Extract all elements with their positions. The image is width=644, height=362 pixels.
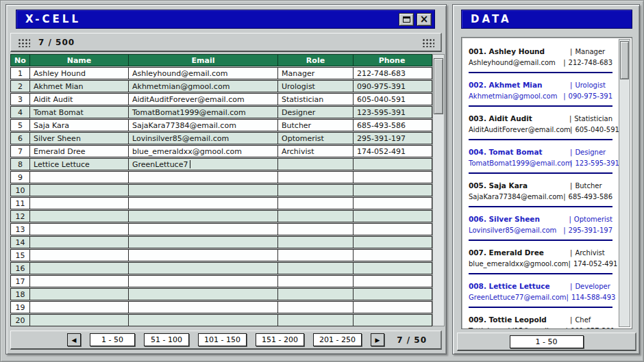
table-cell[interactable]: Urologist: [278, 81, 354, 92]
data-record[interactable]: 008. Lettice Lettuce|DeveloperGreenLettu…: [469, 281, 612, 308]
table-cell[interactable]: [278, 250, 354, 261]
table-cell[interactable]: [30, 302, 129, 313]
table-cell[interactable]: Statistician: [278, 94, 354, 105]
table-cell[interactable]: 2: [11, 81, 30, 92]
data-record[interactable]: 006. Silver Sheen|OptomeristLovinsilver8…: [469, 214, 612, 241]
list-vertical-scrollbar[interactable]: [619, 39, 630, 327]
table-cell[interactable]: [30, 237, 129, 248]
table-row[interactable]: 17: [10, 275, 432, 287]
table-cell[interactable]: [354, 250, 430, 261]
table-cell[interactable]: [278, 211, 354, 222]
table-row[interactable]: 3Aidit AuditAiditAuditForever@email.comS…: [10, 93, 432, 105]
table-row[interactable]: 19: [10, 301, 432, 313]
table-cell[interactable]: [354, 211, 430, 222]
table-cell[interactable]: [354, 263, 430, 274]
table-cell[interactable]: [278, 172, 354, 183]
table-cell[interactable]: [354, 224, 430, 235]
data-record[interactable]: 009. Tottie Leopold|ChefTottieLeopold15@…: [469, 314, 612, 329]
table-cell[interactable]: [129, 237, 278, 248]
column-header-role[interactable]: Role: [278, 55, 354, 66]
table-cell[interactable]: [278, 185, 354, 196]
table-cell[interactable]: Emerald Dree: [30, 146, 129, 157]
xcell-titlebar[interactable]: X-CELL ×: [16, 10, 435, 29]
table-cell[interactable]: 19: [11, 302, 30, 313]
table-cell[interactable]: Butcher: [278, 120, 354, 131]
column-header-email[interactable]: Email: [129, 55, 278, 66]
table-cell[interactable]: Ashleyhound@email.com: [129, 68, 278, 79]
table-cell[interactable]: 17: [11, 276, 30, 287]
table-cell[interactable]: [354, 198, 430, 209]
table-cell[interactable]: Manager: [278, 68, 354, 79]
table-vertical-scrollbar[interactable]: [432, 54, 445, 326]
table-cell[interactable]: [129, 289, 278, 300]
table-cell[interactable]: 295-391-197: [354, 133, 430, 144]
table-cell[interactable]: 20: [11, 315, 30, 326]
table-cell[interactable]: [30, 263, 129, 274]
table-cell[interactable]: Akhmet Mian: [30, 81, 129, 92]
table-cell[interactable]: SajaKara77384@email.com: [129, 120, 278, 131]
table-cell[interactable]: 4: [11, 107, 30, 118]
data-record[interactable]: 003. Aidit Audit|StatisticianAiditAuditF…: [469, 113, 612, 140]
table-cell[interactable]: [129, 172, 278, 183]
table-cell[interactable]: [354, 276, 430, 287]
table-cell[interactable]: [354, 315, 430, 326]
table-cell[interactable]: [129, 198, 278, 209]
table-cell[interactable]: [354, 172, 430, 183]
table-cell[interactable]: [354, 159, 430, 170]
table-cell[interactable]: Optomerist: [278, 133, 354, 144]
table-cell[interactable]: [30, 211, 129, 222]
table-row[interactable]: 4Tomat BomatTomatBomat1999@email.comDesi…: [10, 106, 432, 118]
data-record[interactable]: 001. Ashley Hound|ManagerAshleyhound@ema…: [469, 46, 612, 73]
data-titlebar[interactable]: DATA: [461, 10, 632, 29]
table-cell[interactable]: [30, 224, 129, 235]
table-cell[interactable]: [129, 263, 278, 274]
table-cell[interactable]: 16: [11, 263, 30, 274]
table-row[interactable]: 16: [10, 262, 432, 274]
table-cell[interactable]: [30, 172, 129, 183]
table-row[interactable]: 11: [10, 197, 432, 209]
table-cell[interactable]: [129, 185, 278, 196]
table-row[interactable]: 10: [10, 184, 432, 196]
table-cell[interactable]: Akhmetmian@gmool.com: [129, 81, 278, 92]
table-cell[interactable]: 6: [11, 133, 30, 144]
table-cell[interactable]: [278, 289, 354, 300]
table-cell[interactable]: 7: [11, 146, 30, 157]
table-cell[interactable]: [278, 315, 354, 326]
column-header-no[interactable]: No: [11, 55, 30, 66]
next-page-button[interactable]: ▶: [371, 333, 384, 346]
table-row[interactable]: 14: [10, 236, 432, 248]
table-cell[interactable]: [129, 211, 278, 222]
table-cell[interactable]: [30, 198, 129, 209]
table-cell[interactable]: [278, 198, 354, 209]
table-cell[interactable]: Silver Sheen: [30, 133, 129, 144]
table-row[interactable]: 8Lettice LettuceGreenLettuce7: [10, 158, 432, 170]
table-cell[interactable]: 14: [11, 237, 30, 248]
restore-button[interactable]: [399, 13, 414, 26]
table-cell[interactable]: [278, 237, 354, 248]
table-cell[interactable]: 3: [11, 94, 30, 105]
table-cell[interactable]: 1: [11, 68, 30, 79]
table-row[interactable]: 5Saja KaraSajaKara77384@email.comButcher…: [10, 119, 432, 131]
table-cell[interactable]: 123-595-391: [354, 107, 430, 118]
table-cell[interactable]: [278, 263, 354, 274]
table-cell[interactable]: 18: [11, 289, 30, 300]
range-button[interactable]: 1 - 50: [510, 335, 584, 348]
table-cell[interactable]: [129, 315, 278, 326]
table-row[interactable]: 1Ashley HoundAshleyhound@email.comManage…: [10, 67, 432, 79]
table-cell[interactable]: [30, 315, 129, 326]
table-cell[interactable]: 9: [11, 172, 30, 183]
column-header-name[interactable]: Name: [30, 55, 129, 66]
table-cell[interactable]: Lettice Lettuce: [30, 159, 129, 170]
table-row[interactable]: 6Silver SheenLovinsilver85@email.comOpto…: [10, 132, 432, 144]
table-cell[interactable]: 11: [11, 198, 30, 209]
table-cell[interactable]: 8: [11, 159, 30, 170]
table-row[interactable]: 20: [10, 314, 432, 326]
table-cell[interactable]: [30, 276, 129, 287]
table-cell[interactable]: 13: [11, 224, 30, 235]
table-row[interactable]: 9: [10, 171, 432, 183]
table-cell[interactable]: 212-748-683: [354, 68, 430, 79]
table-row[interactable]: 7Emerald Dreeblue_emeraldxx@gmool.comArc…: [10, 145, 432, 157]
data-record[interactable]: 004. Tomat Bomat|DesignerTomatBomat1999@…: [469, 146, 612, 174]
table-cell[interactable]: [30, 289, 129, 300]
table-cell[interactable]: 174-052-491: [354, 146, 430, 157]
